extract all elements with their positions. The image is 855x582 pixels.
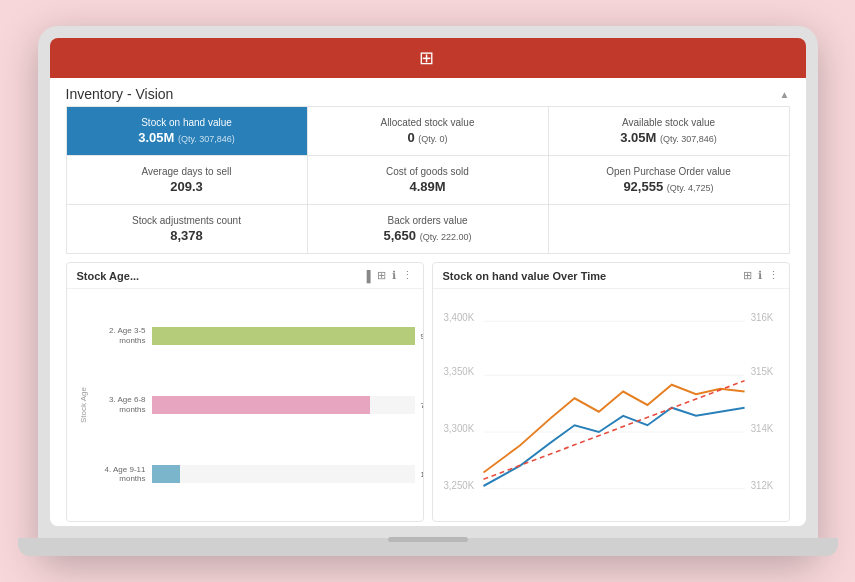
bar-row-1: 3. Age 6-8months 787,285: [91, 395, 415, 414]
page-title-bar: Inventory - Vision ▲: [50, 78, 806, 106]
kpi-label-5: Open Purchase Order value: [561, 166, 777, 177]
bar-row-2: 4. Age 9-11months 104,939: [91, 465, 415, 484]
stock-age-chart-actions: ▐ ⊞ ℹ ⋮: [363, 269, 413, 282]
kpi-label-7: Back orders value: [320, 215, 536, 226]
kpi-label-6: Stock adjustments count: [79, 215, 295, 226]
bar-track-2: 104,939: [152, 465, 415, 483]
kpi-value-6: 8,378: [79, 228, 295, 243]
kpi-card-avg-days[interactable]: Average days to sell 209.3: [67, 156, 307, 204]
y-right-label-3: 312K: [750, 479, 773, 491]
kpi-grid: Stock on hand value 3.05M (Qty. 307,846)…: [66, 106, 790, 254]
stock-age-chart-body: Stock Age 2. Age 3-5months 951,914: [67, 289, 423, 521]
y-right-label-2: 314K: [750, 423, 773, 435]
bar-label-0: 2. Age 3-5months: [91, 326, 146, 345]
laptop-notch: [388, 537, 468, 542]
y-label-3: 3,250K: [443, 479, 474, 491]
bar-row-0: 2. Age 3-5months 951,914: [91, 326, 415, 345]
kpi-value-3: 209.3: [79, 179, 295, 194]
y-right-label-0: 316K: [750, 312, 773, 324]
grid-view-icon[interactable]: ⊞: [377, 269, 386, 282]
bar-chart-container: Stock Age 2. Age 3-5months 951,914: [75, 297, 415, 513]
kpi-value-5: 92,555 (Qty. 4,725): [561, 179, 777, 194]
bar-chart-inner: 2. Age 3-5months 951,914 3. Age 6-8month…: [91, 297, 415, 513]
kpi-label-0: Stock on hand value: [79, 117, 295, 128]
stock-age-chart-title: Stock Age...: [77, 270, 140, 282]
laptop-frame: ⊞ Inventory - Vision ▲ Stock on hand val…: [38, 26, 818, 556]
kpi-value-1: 0 (Qty. 0): [320, 130, 536, 145]
laptop-screen: ⊞ Inventory - Vision ▲ Stock on hand val…: [50, 38, 806, 526]
stock-over-time-chart-header: Stock on hand value Over Time ⊞ ℹ ⋮: [433, 263, 789, 289]
stock-age-chart-header: Stock Age... ▐ ⊞ ℹ ⋮: [67, 263, 423, 289]
bar-chart-y-label: Stock Age: [75, 297, 91, 513]
y-label-1: 3,350K: [443, 366, 474, 378]
line-grid-icon[interactable]: ⊞: [743, 269, 752, 282]
page-title: Inventory - Vision: [66, 86, 174, 102]
bar-fill-1: [152, 396, 370, 414]
kpi-value-2: 3.05M (Qty. 307,846): [561, 130, 777, 145]
line-info-icon[interactable]: ℹ: [758, 269, 762, 282]
kpi-card-cogs[interactable]: Cost of goods sold 4.89M: [308, 156, 548, 204]
kpi-card-empty: [549, 205, 789, 253]
orange-line: [483, 385, 744, 473]
kpi-value-7: 5,650 (Qty. 222.00): [320, 228, 536, 243]
kpi-label-3: Average days to sell: [79, 166, 295, 177]
kpi-label-1: Allocated stock value: [320, 117, 536, 128]
bar-track-0: 951,914: [152, 327, 415, 345]
content-area: Inventory - Vision ▲ Stock on hand value…: [50, 78, 806, 526]
bar-fill-2: [152, 465, 181, 483]
bar-label-1: 3. Age 6-8months: [91, 395, 146, 414]
bar-value-1: 787,285: [421, 400, 423, 409]
kpi-label-2: Available stock value: [561, 117, 777, 128]
kpi-value-4: 4.89M: [320, 179, 536, 194]
more-options-icon[interactable]: ⋮: [402, 269, 413, 282]
stock-over-time-chart-title: Stock on hand value Over Time: [443, 270, 607, 282]
stock-over-time-chart: Stock on hand value Over Time ⊞ ℹ ⋮ 3,40…: [432, 262, 790, 522]
y-label-2: 3,300K: [443, 423, 474, 435]
charts-row: Stock Age... ▐ ⊞ ℹ ⋮ Stock Age: [66, 262, 790, 522]
bar-label-2: 4. Age 9-11months: [91, 465, 146, 484]
bar-chart-icon[interactable]: ▐: [363, 270, 371, 282]
line-chart-svg: 3,400K 3,350K 3,300K 3,250K 316K 315K 31…: [441, 297, 781, 513]
blue-line: [483, 408, 744, 486]
line-more-icon[interactable]: ⋮: [768, 269, 779, 282]
stock-over-time-chart-actions: ⊞ ℹ ⋮: [743, 269, 779, 282]
kpi-card-allocated[interactable]: Allocated stock value 0 (Qty. 0): [308, 107, 548, 155]
bar-track-1: 787,285: [152, 396, 415, 414]
stock-over-time-chart-body: 3,400K 3,350K 3,300K 3,250K 316K 315K 31…: [433, 289, 789, 521]
y-right-label-1: 315K: [750, 366, 773, 378]
kpi-label-4: Cost of goods sold: [320, 166, 536, 177]
bar-value-2: 104,939: [421, 470, 423, 479]
scroll-indicator: ▲: [780, 89, 790, 100]
kpi-card-backorders[interactable]: Back orders value 5,650 (Qty. 222.00): [308, 205, 548, 253]
app-header: ⊞: [50, 38, 806, 78]
grid-icon: ⊞: [419, 47, 436, 69]
kpi-card-stock-on-hand[interactable]: Stock on hand value 3.05M (Qty. 307,846): [67, 107, 307, 155]
kpi-card-open-po[interactable]: Open Purchase Order value 92,555 (Qty. 4…: [549, 156, 789, 204]
bar-value-0: 951,914: [421, 331, 423, 340]
bar-fill-0: [152, 327, 415, 345]
info-icon[interactable]: ℹ: [392, 269, 396, 282]
laptop-base: [18, 538, 838, 556]
stock-age-chart: Stock Age... ▐ ⊞ ℹ ⋮ Stock Age: [66, 262, 424, 522]
kpi-card-adjustments[interactable]: Stock adjustments count 8,378: [67, 205, 307, 253]
kpi-value-0: 3.05M (Qty. 307,846): [79, 130, 295, 145]
kpi-card-available[interactable]: Available stock value 3.05M (Qty. 307,84…: [549, 107, 789, 155]
y-label-0: 3,400K: [443, 312, 474, 324]
